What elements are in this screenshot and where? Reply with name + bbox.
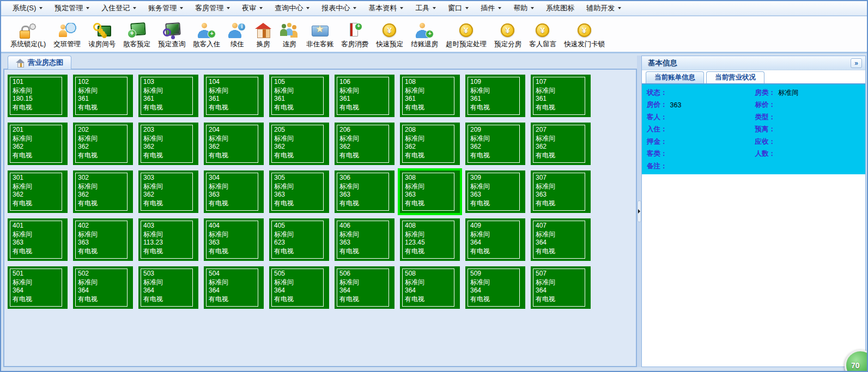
room-tile[interactable]: 402 标准间 363 有电视 [73,218,133,261]
room-tile[interactable]: 108 标准间 361 有电视 [400,75,460,117]
menu-item[interactable]: 夜审 [236,2,269,15]
panel-collapse-button[interactable]: » [851,58,862,68]
room-tile[interactable]: 409 标准间 364 有电视 [465,218,525,261]
room-tile[interactable]: 407 标准间 364 有电视 [531,218,591,261]
room-tile[interactable]: 508 标准间 364 有电视 [400,266,460,309]
toolbar-button[interactable]: 结账退房 [407,22,442,50]
room-tile[interactable]: 105 标准间 361 有电视 [269,75,329,117]
toolbar-button[interactable]: 连房 [276,22,302,50]
room-tile[interactable]: 401 标准间 363 有电视 [8,218,68,261]
room-tile[interactable]: 308 标准间 363 有电视 [400,170,460,213]
room-tile[interactable]: 204 标准间 362 有电视 [204,123,264,165]
toolbar-button[interactable]: 快速预定 [372,22,407,50]
menu-item[interactable]: 查询中心 [269,2,315,15]
room-type: 标准间 [143,278,192,287]
room-tile[interactable]: 403 标准间 113.23 有电视 [138,218,198,261]
yen-coin-icon [380,23,399,38]
toolbar-button[interactable]: 散客预定 [119,22,154,50]
room-tile[interactable]: 104 标准间 361 有电视 [204,75,264,117]
room-tile[interactable]: 203 标准间 362 有电视 [138,123,198,165]
tab-room-status-map[interactable]: 营业房态图 [8,56,71,69]
menu-item-label: 账务管理 [148,3,177,13]
room-tile[interactable]: 301 标准间 362 有电视 [8,170,68,213]
info-tab[interactable]: 当前账单信息 [646,71,704,83]
room-price: 363 [339,239,389,247]
room-tile[interactable]: 205 标准间 362 有电视 [269,123,329,165]
room-tile[interactable]: 102 标准间 361 有电视 [73,75,133,117]
menu-item-label: 报表中心 [321,3,350,13]
toolbar-button[interactable]: 客人留言 [525,22,560,50]
room-tile[interactable]: 305 标准间 363 有电视 [269,170,329,213]
room-tile[interactable]: 303 标准间 362 有电视 [138,170,198,213]
toolbar-button[interactable]: 预定分房 [490,22,525,50]
menu-item[interactable]: 系统图标 [540,2,580,15]
menu-item[interactable]: 插件 [475,2,507,15]
room-type: 标准间 [536,182,585,191]
room-tile[interactable]: 502 标准间 364 有电视 [73,266,133,309]
toolbar-button[interactable]: 快速发门卡锁 [560,22,609,50]
room-tile[interactable]: 503 标准间 364 有电视 [138,266,198,309]
room-tile[interactable]: 307 标准间 363 有电视 [531,170,591,213]
toolbar-button[interactable]: 换房 [250,22,276,50]
room-tile[interactable]: 302 标准间 362 有电视 [73,170,133,213]
toolbar-button[interactable]: 散客入住 [189,22,224,50]
room-tile[interactable]: 507 标准间 364 有电视 [531,266,591,309]
menu-item[interactable]: 预定管理 [48,2,95,15]
chevron-down-icon [465,7,469,9]
room-number: 309 [470,174,519,182]
toolbar-button[interactable]: 系统锁定(L) [7,22,50,50]
info-field-label: 客人： [647,113,667,122]
room-tile[interactable]: 405 标准间 623 有电视 [269,218,329,261]
toolbar-button-label: 客房消费 [341,40,368,49]
room-tile[interactable]: 304 标准间 363 有电视 [204,170,264,213]
splitter-collapse-handle[interactable] [638,200,641,222]
menu-item[interactable]: 账务管理 [142,2,189,15]
toolbar-button-label: 快速预定 [376,40,403,49]
room-tile[interactable]: 506 标准间 364 有电视 [335,266,394,309]
room-tile[interactable]: 501 标准间 364 有电视 [8,266,68,309]
menu-item[interactable]: 系统(S) [7,2,48,15]
menu-item[interactable]: 入住登记 [95,2,142,15]
room-tile[interactable]: 103 标准间 361 有电视 [138,75,198,117]
room-tile[interactable]: 107 标准间 361 有电视 [531,75,591,117]
room-tile[interactable]: 309 标准间 363 有电视 [465,170,525,213]
info-field: 标价： [755,99,864,112]
toolbar-button[interactable]: 客房消费 [337,22,372,50]
menu-item[interactable]: 帮助 [507,2,540,15]
room-feature: 有电视 [274,295,323,304]
menu-item[interactable]: 报表中心 [315,2,362,15]
room-tile[interactable]: 206 标准间 362 有电视 [335,123,394,165]
room-type: 标准间 [470,230,519,239]
room-tile[interactable]: 504 标准间 364 有电视 [204,266,264,309]
panel-splitter[interactable] [637,56,641,367]
menu-item[interactable]: 辅助开发 [580,2,627,15]
room-tile[interactable]: 106 标准间 361 有电视 [335,75,394,117]
menu-item[interactable]: 基本资料 [362,2,409,15]
room-tile[interactable]: 201 标准间 362 有电视 [8,123,68,165]
menu-item[interactable]: 窗口 [442,2,475,15]
room-tile[interactable]: 509 标准间 364 有电视 [465,266,525,309]
toolbar-button[interactable]: 非住客账 [302,22,337,50]
room-tile[interactable]: 101 标准间 180.15 有电视 [8,75,68,117]
room-tile[interactable]: 406 标准间 363 有电视 [335,218,394,261]
toolbar-button[interactable]: 交班管理 [50,22,84,50]
info-tab[interactable]: 当前营业状况 [706,71,764,83]
chevron-down-icon [306,7,309,9]
room-tile[interactable]: 208 标准间 362 有电视 [400,123,460,165]
toolbar-button[interactable]: 读房间号 [84,22,119,50]
toolbar-button[interactable]: 续住 [224,22,250,50]
room-tile[interactable]: 202 标准间 362 有电视 [73,123,133,165]
room-tile[interactable]: 408 标准间 123.45 有电视 [400,218,460,261]
room-tile[interactable]: 207 标准间 362 有电视 [531,123,591,165]
room-type: 标准间 [339,87,389,95]
people-group-icon [280,23,299,38]
toolbar-button[interactable]: 超时预定处理 [442,22,490,50]
room-tile[interactable]: 505 标准间 364 有电视 [269,266,329,309]
menu-item[interactable]: 客房管理 [189,2,236,15]
room-tile[interactable]: 209 标准间 362 有电视 [465,123,525,165]
toolbar-button[interactable]: 预定查询 [154,22,189,50]
room-tile[interactable]: 404 标准间 363 有电视 [204,218,264,261]
room-tile[interactable]: 109 标准间 361 有电视 [465,75,525,117]
menu-item[interactable]: 工具 [409,2,442,15]
room-tile[interactable]: 306 标准间 363 有电视 [335,170,394,213]
